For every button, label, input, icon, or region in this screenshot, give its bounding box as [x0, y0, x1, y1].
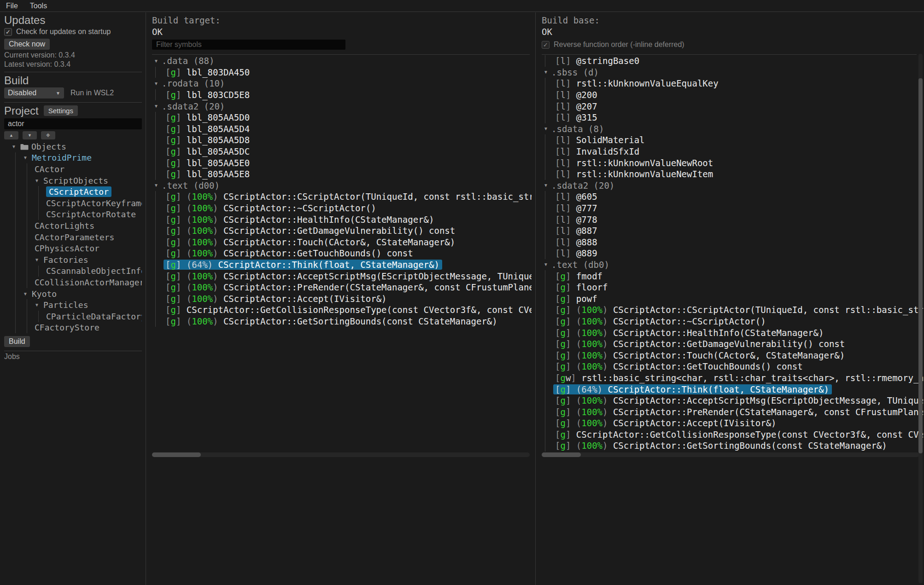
build-mode-select[interactable]: Disabled ▼ [4, 87, 64, 98]
symbol-row[interactable]: [g] powf [544, 293, 923, 304]
tree-item[interactable]: CScriptActor [4, 186, 142, 197]
collapse-arrow-icon[interactable]: ▼ [154, 81, 162, 86]
symbol-row[interactable]: [g] (100%) CScriptActor::CScriptActor(TU… [544, 304, 923, 316]
symbol-row[interactable]: [g] lbl_805AA5E0 [154, 157, 532, 168]
collapse-arrow-icon[interactable]: ▼ [544, 126, 551, 131]
tree-item[interactable]: CScriptActorKeyframe [4, 197, 142, 209]
symbol-row[interactable]: [l] @777 [544, 203, 923, 214]
section-row[interactable]: ▼.sdata2 (20) [154, 100, 532, 112]
collapse-arrow-icon[interactable]: ▼ [35, 257, 43, 262]
symbol-row[interactable]: [g] (100%) CScriptActor::~CScriptActor() [154, 203, 532, 214]
build-button[interactable]: Build [4, 336, 30, 347]
tree-item[interactable]: ▼Factories [4, 254, 142, 266]
collapse-arrow-icon[interactable]: ▼ [544, 70, 551, 75]
tree-item[interactable]: CPhysicsActor [4, 243, 142, 254]
tree-item[interactable]: CCollisionActorManager [4, 277, 142, 288]
symbol-row[interactable]: [g] (100%) CScriptActor::GetSortingBound… [154, 316, 532, 327]
tree-item[interactable]: ▼Kyoto [4, 288, 142, 300]
collapse-arrow-icon[interactable]: ▼ [23, 291, 32, 296]
symbol-row[interactable]: [g] lbl_803DA450 [154, 67, 532, 78]
tree-item[interactable]: CScriptActorRotate [4, 209, 142, 220]
symbol-row[interactable]: [l] @888 [544, 237, 923, 248]
check-updates-on-startup-checkbox[interactable]: ✓ Check for updates on startup [4, 28, 142, 36]
symbol-row[interactable]: [g] lbl_805AA5E8 [154, 168, 532, 180]
tree-item[interactable]: ▼ScriptObjects [4, 175, 142, 186]
symbol-row[interactable]: [g] (100%) CScriptActor::GetTouchBounds(… [154, 248, 532, 259]
symbol-row[interactable]: [l] @207 [544, 100, 923, 112]
symbol-row[interactable]: [g] lbl_803CD5E8 [154, 89, 532, 101]
tree-item[interactable]: CParticleDataFactory [4, 311, 142, 322]
base-horizontal-scrollbar[interactable] [542, 452, 919, 457]
vertical-scrollbar[interactable] [918, 54, 923, 583]
tree-item[interactable]: CActorParameters [4, 232, 142, 243]
collapse-arrow-icon[interactable]: ▼ [154, 183, 162, 188]
menu-tools[interactable]: Tools [30, 2, 47, 10]
symbol-row[interactable]: [g] (100%) CScriptActor::AcceptScriptMsg… [544, 395, 923, 406]
tree-item[interactable]: CFactoryStore [4, 322, 142, 334]
tree-item[interactable]: CActor [4, 163, 142, 175]
symbol-row[interactable]: [l] SolidMaterial [544, 134, 923, 146]
symbol-row[interactable]: [g] (100%) CScriptActor::GetSortingBound… [544, 440, 923, 452]
scrollbar-thumb[interactable] [152, 452, 201, 457]
scrollbar-thumb[interactable] [918, 78, 923, 453]
filter-symbols-input[interactable] [152, 40, 345, 50]
collapse-arrow-icon[interactable]: ▼ [23, 155, 32, 160]
symbol-row[interactable]: [g] (100%) CScriptActor::Touch(CActor&, … [544, 349, 923, 361]
symbol-row[interactable]: [g] lbl_805AA5DC [154, 146, 532, 157]
collapse-arrow-icon[interactable]: ▼ [544, 262, 551, 267]
prev-match-button[interactable]: ▲ [4, 131, 18, 139]
symbol-row[interactable]: [g] (100%) CScriptActor::HealthInfo(CSta… [544, 327, 923, 338]
symbol-row[interactable]: [g] lbl_805AA5D4 [154, 123, 532, 135]
symbol-row[interactable]: [g] (100%) CScriptActor::Accept(IVisitor… [544, 417, 923, 429]
section-row[interactable]: ▼.data (88) [154, 55, 532, 67]
section-row[interactable]: ▼.text (db0) [544, 259, 923, 271]
section-row[interactable]: ▼.sdata (8) [544, 123, 923, 135]
locate-current-button[interactable]: ⌖ [41, 131, 55, 139]
collapse-arrow-icon[interactable]: ▼ [544, 183, 551, 188]
run-in-wsl2-label[interactable]: Run in WSL2 [70, 89, 114, 97]
scrollbar-thumb[interactable] [542, 452, 581, 457]
symbol-row[interactable]: [g] floorf [544, 282, 923, 293]
target-horizontal-scrollbar[interactable] [152, 452, 530, 457]
menu-file[interactable]: File [6, 2, 18, 10]
symbol-row[interactable]: [g] (100%) CScriptActor::GetDamageVulner… [154, 225, 532, 237]
symbol-row[interactable]: [l] InvalidSfxId [544, 146, 923, 157]
symbol-row[interactable]: [l] @887 [544, 225, 923, 237]
symbol-row[interactable]: [g] fmodf [544, 270, 923, 282]
collapse-arrow-icon[interactable]: ▼ [35, 178, 43, 183]
tree-item[interactable]: CActorLights [4, 220, 142, 232]
tree-item[interactable]: ▼MetroidPrime [4, 152, 142, 164]
symbol-row[interactable]: [g] CScriptActor::GetCollisionResponseTy… [544, 429, 923, 440]
tree-item[interactable]: ▼Objects [4, 141, 142, 152]
next-match-button[interactable]: ▼ [23, 131, 37, 139]
symbol-row[interactable]: [g] (100%) CScriptActor::HealthInfo(CSta… [154, 214, 532, 225]
project-settings-button[interactable]: Settings [44, 105, 78, 116]
collapse-arrow-icon[interactable]: ▼ [12, 144, 20, 149]
symbol-row[interactable]: [g] lbl_805AA5D8 [154, 134, 532, 146]
section-row[interactable]: ▼.rodata (10) [154, 78, 532, 89]
collapse-arrow-icon[interactable]: ▼ [35, 302, 43, 307]
symbol-row[interactable]: [g] CScriptActor::GetCollisionResponseTy… [154, 304, 532, 316]
symbol-row[interactable]: [g] (100%) CScriptActor::CScriptActor(TU… [154, 191, 532, 203]
symbol-row[interactable]: [g] (64%) CScriptActor::Think(float, CSt… [544, 383, 923, 395]
tree-item[interactable]: CScannableObjectInfo [4, 266, 142, 277]
project-search-input[interactable] [4, 118, 142, 129]
symbol-row[interactable]: [g] (100%) CScriptActor::Touch(CActor&, … [154, 237, 532, 248]
collapse-arrow-icon[interactable]: ▼ [154, 104, 162, 109]
symbol-row[interactable]: [l] @200 [544, 89, 923, 101]
symbol-row[interactable]: [g] (100%) CScriptActor::AcceptScriptMsg… [154, 270, 532, 282]
symbol-row[interactable]: [l] @778 [544, 214, 923, 225]
symbol-row[interactable]: [g] (100%) CScriptActor::PreRender(CStat… [154, 282, 532, 293]
section-row[interactable]: ▼.sbss (d) [544, 67, 923, 78]
symbol-row[interactable]: [l] rstl::kUnknownValueNewRoot [544, 157, 923, 168]
symbol-row[interactable]: [g] (100%) CScriptActor::GetTouchBounds(… [544, 361, 923, 372]
symbol-row[interactable]: [l] rstl::kUnknownValueEqualKey [544, 78, 923, 89]
symbol-row[interactable]: [gw] rstl::basic_string<char, rstl::char… [544, 372, 923, 384]
symbol-row[interactable]: [l] @605 [544, 191, 923, 203]
section-row[interactable]: ▼.sdata2 (20) [544, 180, 923, 191]
symbol-row[interactable]: [l] rstl::kUnknownValueNewItem [544, 168, 923, 180]
symbol-row[interactable]: [g] (100%) CScriptActor::Accept(IVisitor… [154, 293, 532, 304]
reverse-function-order-checkbox[interactable]: ✓ Reverse function order (-inline deferr… [542, 41, 684, 49]
symbol-row[interactable]: [l] @889 [544, 248, 923, 259]
symbol-row[interactable]: [g] (100%) CScriptActor::~CScriptActor() [544, 316, 923, 327]
